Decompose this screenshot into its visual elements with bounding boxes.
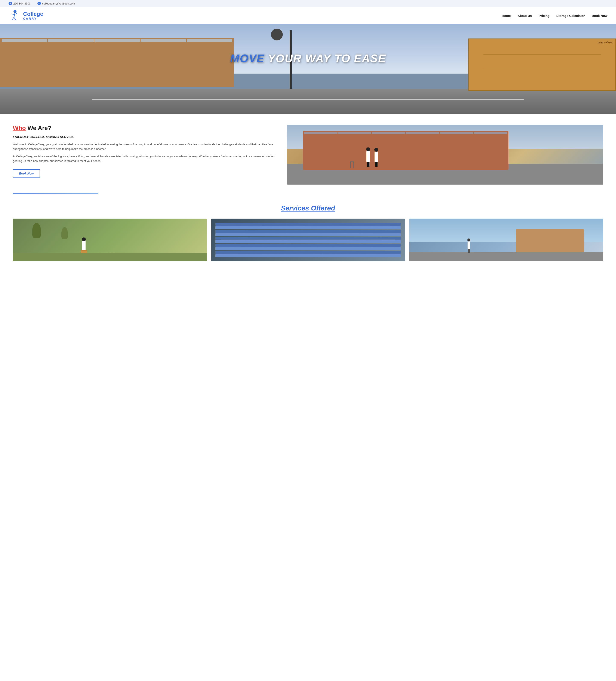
svg-point-0 <box>14 10 17 13</box>
nav-pricing[interactable]: Pricing <box>539 14 549 18</box>
who-right-column <box>287 125 603 184</box>
who-left-column: Who We Are? FRIENDLY COLLEGE MOVING SERV… <box>13 125 279 178</box>
who-title: Who We Are? <box>13 125 279 131</box>
logo: College CARRY <box>8 9 43 22</box>
svg-line-5 <box>14 17 16 20</box>
logo-carry: CARRY <box>23 17 43 20</box>
service-card-3 <box>409 219 603 261</box>
services-title: Services Offered <box>13 204 603 212</box>
phone-icon: ☎ <box>8 2 12 5</box>
hero-building-left <box>0 37 234 87</box>
top-bar: ☎ 260-804-3503 ✉ collegecarry@outlook.co… <box>0 0 616 7</box>
email-address: collegecarry@outlook.com <box>42 2 75 5</box>
nav-calculator[interactable]: Storage Calculator <box>556 14 585 18</box>
road-line <box>93 99 523 100</box>
who-subtitle: FRIENDLY COLLEGE MOVING SERVICE <box>13 135 279 138</box>
hero-headline: MOVE YOUR WAY TO EASE <box>230 52 386 65</box>
nav-about[interactable]: About Us <box>518 14 532 18</box>
phone-number: 260-804-3503 <box>13 2 31 5</box>
logo-icon <box>8 9 21 22</box>
svg-line-4 <box>12 17 14 20</box>
main-nav: Home About Us Pricing Storage Calculator… <box>502 14 608 18</box>
who-paragraph-1: Welcome to CollegeCarry, your go-to stud… <box>13 142 279 151</box>
who-red-word: Who <box>13 125 26 131</box>
who-rest: We Are? <box>27 125 51 131</box>
svg-line-2 <box>11 14 14 15</box>
hero-road <box>0 89 616 114</box>
book-now-button[interactable]: Book Now <box>13 169 40 178</box>
who-paragraph-2: At CollegeCarry, we take care of the log… <box>13 154 279 163</box>
logo-college: College <box>23 11 43 17</box>
nav-book[interactable]: Book Now <box>592 14 608 18</box>
hero-box: College CARRY <box>468 39 616 91</box>
hero-lamp <box>271 29 283 41</box>
email-icon: ✉ <box>37 2 41 5</box>
services-grid <box>13 219 603 261</box>
header: College CARRY Home About Us Pricing Stor… <box>0 7 616 24</box>
services-section: Services Offered <box>0 194 616 270</box>
service-card-img-1 <box>13 219 207 261</box>
nav-home[interactable]: Home <box>502 14 511 18</box>
service-card-img-2 <box>211 219 405 261</box>
who-section: Who We Are? FRIENDLY COLLEGE MOVING SERV… <box>0 114 616 193</box>
service-card-1 <box>13 219 207 261</box>
hero-section: College CARRY MOVE YOUR WAY TO EASE <box>0 24 616 114</box>
email-info: ✉ collegecarry@outlook.com <box>37 2 75 5</box>
service-card-img-3 <box>409 219 603 261</box>
who-team-image <box>287 125 603 184</box>
logo-text: College CARRY <box>23 11 43 20</box>
phone-info: ☎ 260-804-3503 <box>8 2 31 5</box>
service-card-2 <box>211 219 405 261</box>
svg-line-1 <box>14 13 15 17</box>
